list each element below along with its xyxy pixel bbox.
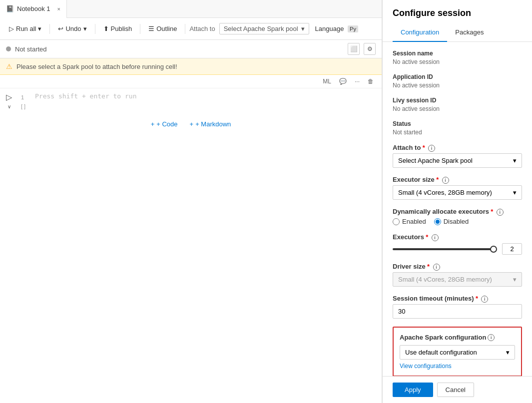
play-icon: ▷ (9, 25, 14, 32)
info-icon[interactable]: i (433, 264, 440, 271)
driver-size-dropdown[interactable]: Small (4 vCores, 28GB memory) ▾ (393, 272, 522, 287)
stop-button[interactable]: ⬜ (348, 43, 360, 55)
ml-tool-button[interactable]: ML (321, 77, 333, 86)
slider-track[interactable] (393, 248, 497, 250)
enabled-radio-label[interactable]: Enabled (393, 218, 426, 225)
markdown-label: + Markdown (195, 120, 231, 128)
required-star: * (426, 233, 428, 241)
livy-session-label: Livy session ID (393, 97, 522, 104)
spark-pool-select[interactable]: Select Apache Spark pool ▾ (219, 23, 309, 34)
session-name-label: Session name (393, 50, 522, 57)
info-icon[interactable]: i (432, 234, 439, 241)
language-button[interactable]: Language Py (311, 23, 362, 34)
language-label: Language (315, 25, 344, 32)
disabled-radio[interactable] (434, 218, 441, 225)
application-id-value: No active session (393, 82, 522, 89)
toolbar: ▷ Run all ▾ ↩ Undo ▾ ⬆ Publish ☰ Outline… (0, 18, 382, 40)
application-id-field: Application ID No active session (393, 73, 522, 89)
info-icon[interactable]: i (442, 177, 449, 184)
attach-to-dropdown[interactable]: Select Apache Spark pool ▾ (393, 153, 522, 168)
run-all-button[interactable]: ▷ Run all ▾ (5, 23, 45, 34)
executors-value[interactable]: 2 (502, 243, 522, 255)
required-star: * (423, 144, 425, 151)
run-all-label: Run all (16, 25, 36, 32)
outline-button[interactable]: ☰ Outline (144, 23, 181, 34)
settings-button[interactable]: ⚙ (364, 43, 376, 55)
undo-label: Undo (65, 25, 81, 32)
chevron-down-icon: ▾ (301, 25, 305, 32)
delete-tool-button[interactable]: 🗑 (366, 77, 376, 86)
attach-label: Attach to (189, 25, 215, 32)
info-icon[interactable]: i (481, 296, 488, 303)
info-icon[interactable]: i (488, 334, 495, 341)
info-icon[interactable]: i (497, 209, 504, 216)
publish-label: Publish (111, 25, 132, 32)
notebook-icon: 📓 (6, 5, 14, 12)
spark-config-label: Apache Spark configuration i (400, 334, 515, 341)
slider-thumb[interactable] (490, 246, 497, 253)
cancel-button[interactable]: Cancel (437, 383, 474, 397)
chevron-down-icon: ▾ (38, 25, 41, 32)
attach-to-placeholder: Select Apache Spark pool (398, 157, 473, 164)
chevron-down-icon: ▾ (513, 157, 517, 164)
undo-button[interactable]: ↩ Undo ▾ (54, 23, 90, 34)
add-code-button[interactable]: + + Code (151, 120, 178, 128)
status-icons: ⬜ ⚙ (348, 43, 376, 55)
livy-session-field: Livy session ID No active session (393, 97, 522, 112)
disabled-label: Disabled (444, 218, 469, 225)
config-body: Session name No active session Applicati… (383, 42, 532, 376)
notebook-content: ML 💬 ··· 🗑 ▷ ∨ 1 [ ] Press shift + enter… (0, 75, 382, 403)
py-label: Py (348, 25, 358, 32)
executor-size-dropdown[interactable]: Small (4 vCores, 28GB memory) ▾ (393, 185, 522, 200)
apply-button[interactable]: Apply (393, 383, 433, 397)
cell-toolbar: ML 💬 ··· 🗑 (0, 75, 382, 88)
close-icon[interactable]: × (57, 6, 60, 12)
expand-button[interactable]: ∨ (7, 104, 11, 109)
warning-icon: ⚠ (6, 62, 12, 70)
required-star: * (427, 263, 430, 270)
status-text: Not started (15, 45, 47, 53)
status-label: Status (393, 120, 522, 127)
info-icon[interactable]: i (428, 145, 435, 152)
spark-config-dropdown[interactable]: Use default configuration ▾ (400, 345, 515, 360)
view-configurations-link[interactable]: View configurations (400, 363, 515, 370)
run-cell-button[interactable]: ▷ (4, 92, 14, 102)
notebook-tab[interactable]: 📓 Notebook 1 × (0, 0, 67, 18)
session-timeout-field: Session timeout (minutes) * i (393, 295, 522, 319)
attach-to-label: Attach to * i (393, 144, 522, 152)
slider-fill (393, 248, 492, 250)
tab-packages[interactable]: Packages (447, 24, 492, 42)
cell-placeholder: Press shift + enter to run (35, 92, 137, 100)
warning-bar: ⚠ Please select a Spark pool to attach b… (0, 58, 382, 75)
comment-tool-button[interactable]: 💬 (337, 77, 349, 86)
code-label: + Code (156, 120, 177, 128)
status-dot (6, 46, 11, 51)
add-markdown-button[interactable]: + + Markdown (190, 120, 231, 128)
cell-bracket: [ ] (18, 102, 33, 110)
config-footer: Apply Cancel (383, 376, 532, 403)
enabled-label: Enabled (402, 218, 426, 225)
cell-input-area[interactable]: Press shift + enter to run (33, 90, 382, 112)
line-info: 1 [ ] (18, 90, 33, 112)
config-header: Configure session Configuration Packages (383, 0, 532, 42)
enabled-radio[interactable] (393, 218, 400, 225)
status-bar: Not started ⬜ ⚙ (0, 40, 382, 58)
status-left: Not started (6, 45, 47, 53)
tab-configuration[interactable]: Configuration (393, 24, 447, 42)
more-tool-button[interactable]: ··· (353, 77, 362, 86)
session-timeout-input[interactable] (393, 304, 522, 319)
outline-label: Outline (156, 25, 177, 32)
status-value: Not started (393, 129, 522, 136)
plus-code-icon: + (151, 120, 155, 128)
publish-button[interactable]: ⬆ Publish (99, 23, 136, 34)
disabled-radio-label[interactable]: Disabled (434, 218, 469, 225)
required-star: * (476, 295, 478, 302)
divider (185, 24, 185, 34)
executors-field: Executors * i 2 (393, 233, 522, 255)
driver-size-value: Small (4 vCores, 28GB memory) (398, 276, 492, 283)
outline-icon: ☰ (148, 25, 154, 32)
tab-bar: 📓 Notebook 1 × (0, 0, 382, 18)
spark-config-section: Apache Spark configuration i Use default… (393, 327, 522, 376)
tab-packages-label: Packages (455, 28, 484, 36)
dynamic-executors-label: Dynamically allocate executors * i (393, 208, 522, 216)
